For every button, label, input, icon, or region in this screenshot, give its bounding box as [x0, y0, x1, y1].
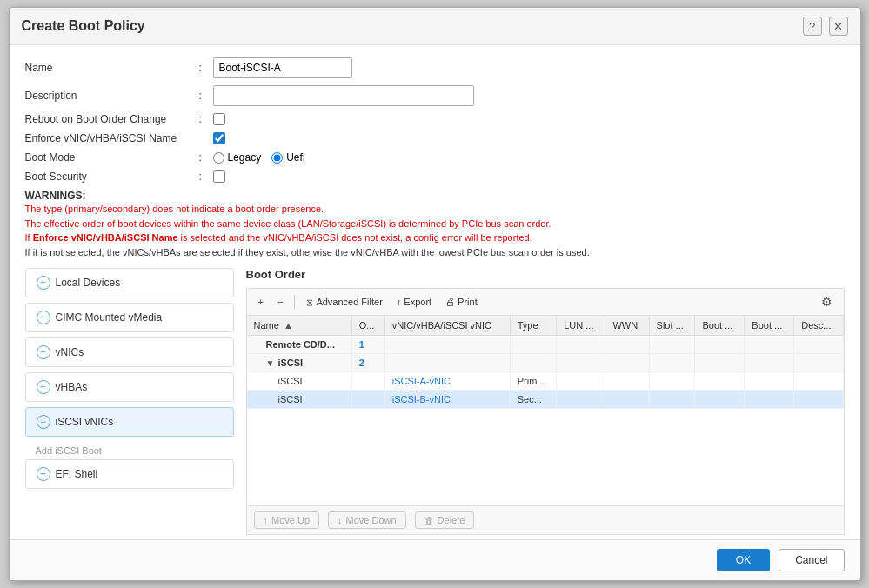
- col-boot2: Boot ...: [745, 316, 794, 336]
- print-button[interactable]: 🖨 Print: [441, 295, 482, 309]
- col-lun: LUN ...: [557, 316, 605, 336]
- sort-icon-name: ▲: [284, 320, 293, 331]
- cancel-button[interactable]: Cancel: [779, 549, 844, 571]
- col-order: O...: [351, 316, 384, 336]
- table-row[interactable]: Remote CD/D... 1: [247, 336, 844, 354]
- add-icon: +: [258, 297, 264, 307]
- uefi-radio[interactable]: [271, 152, 283, 164]
- uefi-radio-label[interactable]: Uefi: [271, 151, 304, 164]
- sidebar-item-efi-shell[interactable]: + EFI Shell: [25, 459, 234, 489]
- sidebar-item-local-devices[interactable]: + Local Devices: [25, 268, 234, 297]
- name-row: Name :: [25, 57, 845, 78]
- group-name-iscsi: ▼iSCSI: [247, 354, 352, 372]
- close-button[interactable]: ✕: [829, 17, 848, 36]
- row-order-iscsia: [351, 372, 384, 391]
- add-iscsi-boot-link[interactable]: Add iSCSI Boot: [25, 442, 234, 459]
- group-order-iscsi: 2: [351, 354, 384, 372]
- plus-icon-vnics: +: [37, 345, 50, 359]
- ok-button[interactable]: OK: [717, 549, 770, 571]
- row-desc-iscsib: [794, 391, 843, 409]
- row-boot2-iscsib: [745, 391, 794, 409]
- sidebar-item-iscsi-vnics[interactable]: − iSCSI vNICs: [25, 407, 234, 437]
- enforce-row: Enforce vNIC/vHBA/iSCSI Name: [25, 132, 845, 144]
- description-row: Description :: [25, 85, 845, 106]
- sidebar-item-vhbas[interactable]: + vHBAs: [25, 372, 234, 402]
- dialog-body: Name : Description : Reboot on Boot Orde…: [10, 45, 860, 539]
- dialog-footer: OK Cancel: [10, 539, 860, 580]
- group-boot1-remote: [695, 336, 745, 354]
- row-type-iscsia: Prim...: [510, 372, 557, 391]
- advanced-filter-button[interactable]: ⧖ Advanced Filter: [302, 295, 386, 310]
- boot-order-table: Name ▲ O... vNIC/vHBA/iSCSI vNIC Type LU…: [247, 316, 844, 409]
- export-icon: ↑: [397, 297, 402, 307]
- name-input[interactable]: [213, 57, 352, 78]
- boot-security-label: Boot Security: [25, 170, 199, 183]
- row-name-iscsib: iSCSI: [247, 391, 352, 409]
- row-vnic-iscsib: iSCSI-B-vNIC: [384, 391, 510, 409]
- table-row[interactable]: iSCSI iSCSI-A-vNIC Prim...: [247, 372, 844, 391]
- group-boot2-iscsi: [745, 354, 794, 372]
- col-desc: Desc...: [794, 316, 843, 336]
- row-slot-iscsia: [649, 372, 695, 391]
- row-wwn-iscsia: [605, 372, 649, 391]
- reboot-row: Reboot on Boot Order Change :: [25, 113, 845, 125]
- warning-line-1: The type (primary/secondary) does not in…: [25, 202, 845, 217]
- create-boot-policy-dialog: Create Boot Policy ? ✕ Name : Descriptio…: [9, 7, 861, 581]
- col-wwn: WWN: [605, 316, 649, 336]
- table-header-row: Name ▲ O... vNIC/vHBA/iSCSI vNIC Type LU…: [247, 316, 844, 336]
- group-wwn-iscsi: [605, 354, 649, 372]
- settings-button[interactable]: ⚙: [817, 293, 837, 311]
- reboot-checkbox[interactable]: [213, 113, 225, 125]
- col-name: Name ▲: [247, 316, 352, 336]
- row-wwn-iscsib: [605, 391, 649, 409]
- boot-security-checkbox[interactable]: [213, 170, 225, 183]
- minus-icon-iscsi: −: [37, 415, 50, 429]
- warnings-title: WARNINGS:: [25, 190, 86, 202]
- row-boot2-iscsia: [745, 372, 794, 391]
- add-button[interactable]: +: [254, 295, 268, 309]
- group-vnic-remote: [384, 336, 510, 354]
- move-up-button[interactable]: ↑ Move Up: [254, 511, 320, 529]
- col-type: Type: [510, 316, 557, 336]
- group-vnic-iscsi: [384, 354, 510, 372]
- legacy-radio[interactable]: [213, 152, 224, 164]
- move-down-icon: ↓: [338, 515, 343, 525]
- group-slot-iscsi: [649, 354, 695, 372]
- boot-mode-group: Legacy Uefi: [213, 151, 305, 164]
- group-lun-iscsi: [557, 354, 605, 372]
- boot-order-title: Boot Order: [246, 268, 845, 281]
- col-vnic: vNIC/vHBA/iSCSI vNIC: [384, 316, 510, 336]
- export-button[interactable]: ↑ Export: [392, 295, 436, 309]
- row-boot1-iscsia: [695, 372, 745, 391]
- table-row[interactable]: iSCSI iSCSI-B-vNIC Sec...: [247, 391, 844, 409]
- row-type-iscsib: Sec...: [510, 391, 557, 409]
- warning-line-4: If it is not selected, the vNICs/vHBAs a…: [25, 245, 845, 260]
- group-type-iscsi: [510, 354, 557, 372]
- table-row[interactable]: ▼iSCSI 2: [247, 354, 844, 372]
- delete-button[interactable]: 🗑 Delete: [415, 511, 475, 529]
- group-desc-iscsi: [794, 354, 843, 372]
- help-button[interactable]: ?: [803, 17, 822, 36]
- description-input[interactable]: [213, 85, 474, 106]
- group-boot2-remote: [745, 336, 794, 354]
- boot-mode-row: Boot Mode : Legacy Uefi: [25, 151, 845, 164]
- bottom-toolbar: ↑ Move Up ↓ Move Down 🗑 Delete: [246, 506, 845, 535]
- dialog-header: Create Boot Policy ? ✕: [10, 8, 860, 45]
- collapse-icon-iscsi[interactable]: ▼: [266, 358, 275, 368]
- row-order-iscsib: [351, 391, 384, 409]
- enforce-checkbox[interactable]: [213, 132, 225, 144]
- legacy-radio-label[interactable]: Legacy: [213, 151, 262, 164]
- row-slot-iscsib: [649, 391, 695, 409]
- group-name-remote: Remote CD/D...: [247, 336, 352, 354]
- remove-button[interactable]: −: [273, 295, 287, 309]
- group-slot-remote: [649, 336, 695, 354]
- move-down-button[interactable]: ↓ Move Down: [328, 511, 406, 529]
- row-name-iscsia: iSCSI: [247, 372, 352, 391]
- filter-icon: ⧖: [306, 297, 313, 308]
- plus-icon-local: +: [37, 276, 50, 290]
- row-desc-iscsia: [794, 372, 843, 391]
- sidebar-item-vnics[interactable]: + vNICs: [25, 337, 234, 367]
- main-content: + Local Devices + CIMC Mounted vMedia + …: [25, 268, 845, 539]
- left-panel: + Local Devices + CIMC Mounted vMedia + …: [25, 268, 234, 539]
- sidebar-item-cimc-media[interactable]: + CIMC Mounted vMedia: [25, 303, 234, 332]
